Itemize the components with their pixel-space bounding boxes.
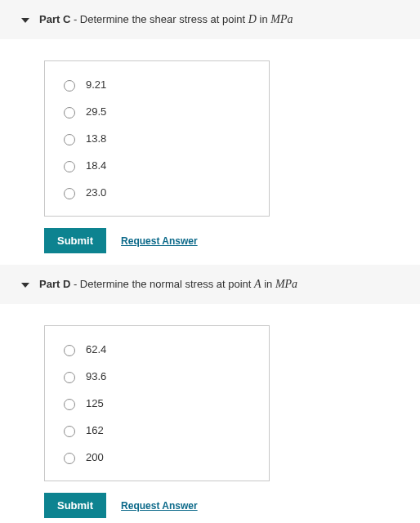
part-c-option-2[interactable]: 13.8 — [60, 127, 254, 154]
option-label: 29.5 — [86, 105, 106, 118]
part-d-label: Part D — [39, 278, 70, 290]
part-d-options: 62.4 93.6 125 162 200 — [44, 325, 270, 481]
part-c-unit: MPa — [270, 13, 293, 25]
part-c-option-1[interactable]: 29.5 — [60, 100, 254, 127]
part-c-label: Part C — [39, 13, 70, 25]
part-d-actions: Submit Request Answer — [44, 493, 420, 518]
part-c-actions: Submit Request Answer — [44, 228, 420, 253]
option-label: 93.6 — [86, 370, 106, 382]
option-label: 18.4 — [86, 159, 106, 172]
part-c-option-0[interactable]: 9.21 — [60, 73, 254, 100]
part-c-option-4[interactable]: 23.0 — [60, 181, 254, 208]
part-d-option-4[interactable]: 200 — [60, 445, 254, 472]
part-d-variable: A — [254, 278, 261, 290]
part-d-option-3[interactable]: 162 — [60, 418, 254, 445]
option-label: 200 — [86, 451, 104, 463]
radio-input[interactable] — [64, 399, 75, 410]
option-label: 9.21 — [86, 78, 106, 91]
part-c-prompt-prefix: - Determine the shear stress at point — [70, 13, 248, 25]
part-d-prompt-suffix: in — [261, 278, 275, 290]
part-d-option-2[interactable]: 125 — [60, 391, 254, 418]
part-d-option-1[interactable]: 93.6 — [60, 364, 254, 391]
part-c-variable: D — [248, 13, 257, 25]
option-label: 13.8 — [86, 132, 106, 145]
radio-input[interactable] — [64, 107, 75, 118]
radio-input[interactable] — [64, 80, 75, 92]
option-label: 125 — [86, 397, 104, 409]
submit-button[interactable]: Submit — [44, 493, 106, 518]
radio-input[interactable] — [64, 453, 75, 464]
part-d-unit: MPa — [275, 278, 297, 290]
part-c-title: Part C - Determine the shear stress at p… — [39, 13, 293, 26]
caret-down-icon[interactable] — [21, 18, 29, 23]
part-d-block: Part D - Determine the normal stress at … — [0, 265, 420, 523]
radio-input[interactable] — [64, 161, 75, 172]
part-c-body: 9.21 29.5 13.8 18.4 23.0 Submit Request … — [0, 39, 420, 265]
part-c-option-3[interactable]: 18.4 — [60, 154, 254, 181]
radio-input[interactable] — [64, 426, 75, 437]
radio-input[interactable] — [64, 372, 75, 383]
submit-button[interactable]: Submit — [44, 228, 106, 253]
part-c-block: Part C - Determine the shear stress at p… — [0, 0, 420, 265]
part-d-body: 62.4 93.6 125 162 200 Submit Request Ans… — [0, 304, 420, 523]
request-answer-link[interactable]: Request Answer — [121, 235, 198, 247]
option-label: 62.4 — [86, 343, 106, 355]
part-d-header: Part D - Determine the normal stress at … — [0, 265, 420, 304]
radio-input[interactable] — [64, 345, 75, 356]
radio-input[interactable] — [64, 188, 75, 199]
caret-down-icon[interactable] — [21, 283, 29, 288]
radio-input[interactable] — [64, 134, 75, 145]
part-d-prompt-prefix: - Determine the normal stress at point — [70, 278, 254, 290]
part-c-prompt-suffix: in — [257, 13, 270, 25]
part-c-header: Part C - Determine the shear stress at p… — [0, 0, 420, 39]
part-d-option-0[interactable]: 62.4 — [60, 337, 254, 364]
part-d-title: Part D - Determine the normal stress at … — [39, 278, 297, 291]
request-answer-link[interactable]: Request Answer — [121, 500, 198, 512]
part-c-options: 9.21 29.5 13.8 18.4 23.0 — [44, 60, 270, 217]
option-label: 23.0 — [86, 186, 106, 199]
option-label: 162 — [86, 424, 104, 436]
